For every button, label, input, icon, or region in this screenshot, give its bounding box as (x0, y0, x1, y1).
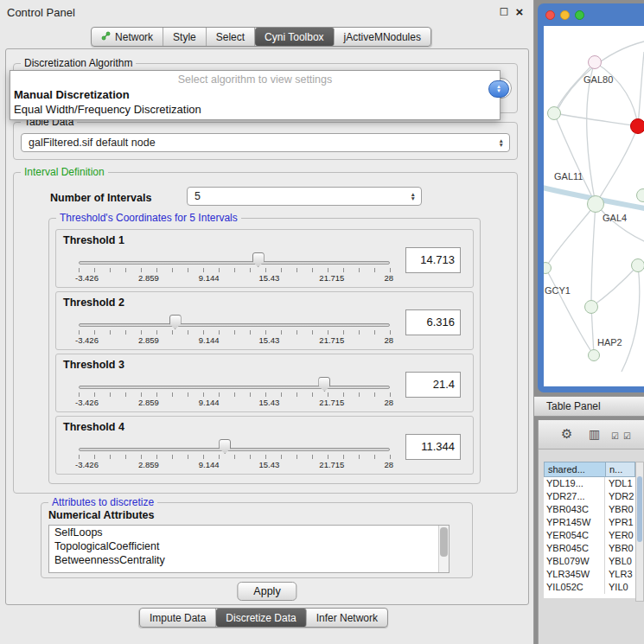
tab-infer-network[interactable]: Infer Network (307, 609, 387, 627)
window-zoom-icon[interactable] (575, 10, 584, 20)
cell-name: YIL0 (604, 581, 635, 594)
threshold-value-field[interactable]: 6.316 (405, 309, 461, 335)
table-data-value: galFiltered.sif default node (29, 137, 156, 149)
table-row[interactable]: YBR043C YBR0 (544, 503, 635, 516)
table-row[interactable]: YDR27... YDR2 (544, 490, 635, 503)
tab-network-label: Network (115, 31, 153, 43)
network-node[interactable] (636, 188, 644, 202)
network-node-label: HAP2 (597, 337, 622, 348)
discretization-algorithm-group-title: Discretization Algorithm (21, 57, 136, 70)
threshold-slider-thumb[interactable] (252, 252, 265, 267)
slider-scale-label: 9.144 (199, 273, 220, 283)
tab-discretize-data-label: Discretize Data (226, 612, 296, 624)
network-node-label: GAL4 (603, 213, 627, 223)
interval-definition-group: Interval Definition Number of Intervals … (13, 172, 518, 494)
threshold-value-field[interactable]: 14.713 (405, 247, 461, 273)
table-scrollbar-thumb[interactable] (637, 476, 642, 542)
table-row[interactable]: YDL19... YDL1 (544, 477, 635, 490)
tab-jactivemnodules[interactable]: jActiveMNodules (335, 28, 430, 46)
deselect-all-icon[interactable]: ☑ (623, 430, 631, 443)
window-close-icon[interactable] (545, 10, 555, 20)
threshold-slider-track[interactable] (79, 448, 390, 451)
slider-scale-label: 15.43 (259, 273, 280, 283)
network-node[interactable] (631, 258, 644, 272)
threshold-slider-thumb[interactable] (318, 377, 330, 392)
threshold-slider-track[interactable] (79, 323, 390, 327)
interval-definition-group-title: Interval Definition (21, 166, 108, 179)
threshold-panel: Threshold 1 -3.4262.8599.14415.4321.7152… (55, 229, 474, 288)
slider-scale-label: -3.426 (75, 335, 99, 345)
threshold-slider-track[interactable] (79, 386, 390, 389)
slider-scale-label: 2.859 (138, 460, 159, 469)
float-window-icon[interactable]: ◻ (497, 4, 511, 17)
list-scrollbar-thumb[interactable] (440, 527, 448, 557)
column-header-name[interactable]: n... (606, 462, 635, 477)
number-of-intervals-combobox[interactable]: 5 ▲▼ (187, 187, 422, 206)
network-node[interactable] (588, 349, 600, 361)
table-row[interactable]: YIL052C YIL0 (544, 581, 635, 594)
slider-scale-label: 2.859 (138, 335, 159, 345)
attribute-list-item[interactable]: BetweennessCentrality (49, 553, 449, 567)
table-row[interactable]: YLR345W YLR3 (544, 568, 635, 581)
list-scrollbar[interactable] (438, 526, 449, 572)
table-header-row: shared... n... (544, 462, 635, 477)
combobox-stepper-icon[interactable]: ▲▼ (488, 80, 509, 98)
slider-scale-label: 21.715 (319, 273, 344, 283)
threshold-value-field[interactable]: 21.4 (405, 372, 461, 398)
column-header-shared-name[interactable]: shared... (544, 462, 606, 477)
tab-discretize-data[interactable]: Discretize Data (216, 609, 306, 627)
numerical-attributes-label: Numerical Attributes (48, 509, 154, 521)
option-equal-width-frequency[interactable]: Equal Width/Frequency Discretization (10, 102, 500, 117)
select-all-icon[interactable]: ☑ (611, 430, 619, 443)
slider-scale-label: 15.43 (259, 398, 280, 407)
threshold-value-field[interactable]: 11.344 (405, 434, 461, 460)
tab-style[interactable]: Style (163, 28, 207, 46)
cell-name: YDR2 (604, 490, 635, 503)
network-node-label: GAL80 (583, 74, 613, 85)
table-row[interactable]: YPR145W YPR1 (544, 516, 635, 529)
cell-name: YBR0 (604, 503, 635, 516)
columns-icon[interactable]: ▥ (589, 427, 600, 441)
table-row[interactable]: YBR045C YBR0 (544, 542, 635, 555)
attribute-list-item[interactable]: SelfLoops (49, 526, 449, 539)
tab-select-label: Select (216, 31, 245, 43)
threshold-slider-track[interactable] (79, 261, 390, 265)
network-node[interactable] (584, 300, 598, 314)
algorithm-placeholder-option: Select algorithm to view settings (10, 71, 500, 87)
threshold-slider-ticks (79, 455, 391, 459)
cell-shared-name: YBR043C (544, 503, 604, 516)
tab-style-label: Style (173, 31, 196, 43)
apply-button[interactable]: Apply (237, 582, 296, 601)
network-node[interactable] (547, 106, 561, 120)
tab-select[interactable]: Select (207, 28, 255, 46)
network-node[interactable] (630, 118, 644, 134)
tab-network[interactable]: Network (92, 28, 163, 46)
slider-scale-label: 9.144 (199, 335, 220, 345)
number-of-intervals-value: 5 (194, 190, 201, 202)
gear-icon[interactable]: ⚙ (561, 427, 572, 441)
network-canvas[interactable]: GAL80GAL11GAL4GCY1HAP2 (544, 26, 644, 386)
table-row[interactable]: YBL079W YBL0 (544, 555, 635, 568)
cell-shared-name: YLR345W (544, 568, 604, 581)
network-node[interactable] (588, 55, 602, 69)
option-manual-discretization[interactable]: Manual Discretization (10, 87, 500, 102)
table-data-combobox[interactable]: galFiltered.sif default node ▲▼ (21, 133, 510, 152)
screen: Control Panel ◻ × Network Style Select C… (0, 0, 644, 644)
table-row[interactable]: YER054C YER0 (544, 529, 635, 542)
window-minimize-icon[interactable] (560, 10, 570, 20)
threshold-panel: Threshold 3 -3.4262.8599.14415.4321.7152… (55, 354, 474, 412)
close-icon[interactable]: × (513, 4, 526, 19)
control-panel: Control Panel ◻ × Network Style Select C… (0, 0, 534, 644)
slider-scale-label: -3.426 (75, 460, 99, 469)
table-scrollbar[interactable] (635, 462, 644, 602)
threshold-slider-thumb[interactable] (169, 315, 182, 329)
tab-impute-data[interactable]: Impute Data (140, 609, 216, 627)
tab-cyni-toolbox[interactable]: Cyni Toolbox (255, 28, 334, 46)
attribute-list-item[interactable]: TopologicalCoefficient (49, 539, 449, 553)
network-node[interactable] (587, 195, 604, 213)
combobox-arrows-icon: ▲▼ (499, 138, 504, 147)
threshold-slider-thumb[interactable] (219, 439, 231, 454)
table-panel-header: Table Panel (534, 396, 644, 417)
threshold-slider-scale: -3.4262.8599.14415.4321.71528 (75, 273, 393, 283)
cell-shared-name: YDL19... (544, 477, 604, 490)
